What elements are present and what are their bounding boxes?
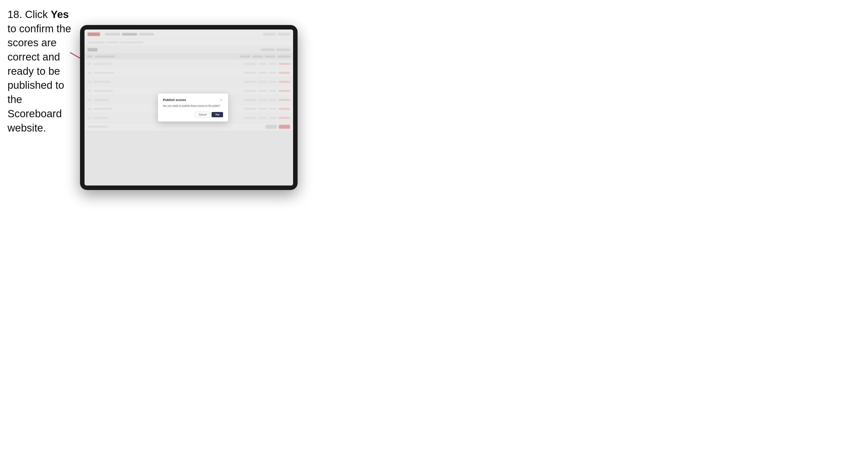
step-number: 18. [7,8,22,20]
modal-actions: Cancel Yes [163,112,223,118]
tablet-device: Publish scores × Are you ready to publis… [80,25,298,190]
close-icon[interactable]: × [220,98,223,102]
modal-header: Publish scores × [163,98,223,102]
modal-overlay: Publish scores × Are you ready to publis… [85,30,293,186]
instruction-bold: Yes [51,8,69,20]
modal-body-text: Are you ready to publish these scores to… [163,104,223,108]
tablet-screen: Publish scores × Are you ready to publis… [85,30,293,186]
modal-title: Publish scores [163,98,186,102]
yes-button[interactable]: Yes [212,112,223,117]
instruction-suffix: to confirm the scores are correct and re… [7,23,71,134]
instruction-text: 18. Click Yes to confirm the scores are … [7,7,78,135]
cancel-button[interactable]: Cancel [195,112,210,118]
publish-scores-modal: Publish scores × Are you ready to publis… [158,93,228,122]
instruction-prefix: Click [22,8,51,20]
